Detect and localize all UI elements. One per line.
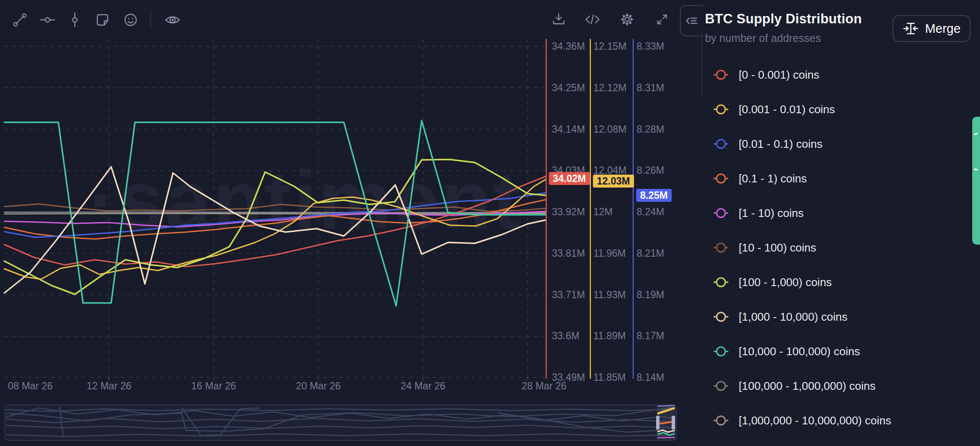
legend-item-label: [0.1 - 1) coins (739, 172, 807, 185)
legend-marker-icon (713, 240, 729, 255)
navigator-handle[interactable] (672, 416, 675, 430)
y-axis-tick: 12.12M (593, 82, 627, 93)
legend-marker-icon (713, 102, 729, 117)
main-chart[interactable]: 34.36M34.25M34.14M34.03M33.92M33.81M33.7… (0, 0, 691, 403)
legend-marker-icon (713, 205, 729, 221)
legend-marker-icon (713, 274, 729, 290)
y-axis-tick: 8.31M (637, 82, 664, 93)
series-line (4, 167, 546, 293)
x-axis-label: 08 Mar 26 (8, 380, 53, 392)
chevron-left-icon (687, 18, 689, 23)
axis-badge-blue: 8.25M (636, 189, 672, 202)
legend-item-label: [1,000,000 - 10,000,000) coins (739, 414, 891, 427)
legend-item-label: [10 - 100) coins (739, 241, 816, 255)
timeline-navigator[interactable] (4, 405, 677, 441)
legend-item[interactable]: [1 - 10) coins (713, 205, 804, 221)
merge-button-label: Merge (925, 22, 961, 36)
legend-item[interactable]: [100,000 - 1,000,000) coins (713, 378, 876, 394)
y-axis-tick: 8.17M (637, 330, 664, 341)
legend-item-label: [1,000 - 10,000) coins (739, 310, 848, 324)
legend-item[interactable]: [1,000,000 - 10,000,000) coins (713, 413, 891, 428)
y-axis-tick: 8.21M (637, 248, 664, 259)
y-axis-tick: 33.81M (552, 248, 585, 259)
legend-marker-icon (713, 413, 729, 428)
y-axis-tick: 11.93M (593, 289, 626, 300)
x-axis-label: 24 Mar 26 (400, 380, 445, 392)
y-axis-tick: 12.15M (593, 41, 627, 52)
merge-icon (903, 20, 919, 37)
legend-item-label: [0 - 0.001) coins (739, 68, 819, 82)
x-axis-label: 16 Mar 26 (191, 380, 236, 392)
legend-item[interactable]: [10 - 100) coins (713, 240, 816, 255)
side-panel-green-tab[interactable] (972, 117, 980, 245)
series-line (4, 159, 546, 294)
series-line (4, 212, 546, 213)
legend-item[interactable]: [0 - 0.001) coins (713, 67, 819, 83)
legend-item-label: [10,000 - 100,000) coins (739, 345, 860, 358)
axis-badge-yellow: 12.03M (593, 175, 634, 188)
legend-item[interactable]: [10,000 - 100,000) coins (713, 344, 860, 359)
x-axis-label: 12 Mar 26 (86, 380, 131, 392)
y-axis-tick: 33.92M (552, 206, 585, 217)
legend-marker-icon (713, 67, 729, 83)
y-axis-tick: 8.33M (637, 41, 664, 52)
y-axis-tick: 34.25M (552, 82, 585, 93)
legend-marker-icon (713, 378, 729, 394)
merge-button[interactable]: Merge (893, 15, 970, 42)
legend-item-label: [1 - 10) coins (739, 207, 804, 220)
legend-item-label: [0.01 - 0.1) coins (739, 137, 823, 151)
legend-marker-icon (713, 136, 729, 152)
y-axis-tick: 34.14M (552, 124, 585, 135)
y-axis-tick: 34.36M (552, 41, 585, 52)
app-root: ·santiment 34.36M34.25M34.14M34.03M33.92… (0, 0, 980, 446)
x-axis-label: 20 Mar 26 (296, 380, 341, 392)
y-axis-tick: 8.26M (637, 165, 664, 176)
legend-item-label: [100 - 1,000) coins (739, 276, 832, 289)
x-axis-label: 28 Mar 26 (522, 380, 567, 392)
legend-marker-icon (713, 309, 729, 325)
legend-marker-icon (713, 344, 729, 359)
legend-item[interactable]: [0.01 - 0.1) coins (713, 136, 823, 152)
navigator-handle[interactable] (656, 416, 660, 430)
y-axis-tick: 11.96M (593, 248, 626, 259)
legend-item[interactable]: [0.001 - 0.01) coins (713, 102, 835, 117)
axis-badge-red: 34.02M (549, 172, 590, 185)
y-axis-tick: 33.6M (552, 330, 580, 341)
legend-item[interactable]: [0.1 - 1) coins (713, 171, 807, 186)
legend-item-label: [100,000 - 1,000,000) coins (739, 379, 876, 393)
legend-item[interactable]: [100 - 1,000) coins (713, 274, 832, 290)
panel-edge (701, 34, 702, 94)
y-axis-tick: 12M (593, 206, 613, 217)
y-axis-tick: 8.19M (637, 289, 664, 300)
y-axis-tick: 11.89M (593, 330, 626, 341)
collapse-panel-tab[interactable] (680, 5, 703, 36)
y-axis-tick: 8.24M (637, 206, 664, 217)
y-axis-tick: 8.14M (637, 372, 664, 383)
y-axis-tick: 33.71M (552, 289, 585, 300)
y-axis-tick: 11.85M (593, 372, 626, 383)
panel-title: BTC Supply Distribution (705, 11, 862, 27)
legend-item[interactable]: [1,000 - 10,000) coins (713, 309, 848, 325)
legend-item-label: [0.001 - 0.01) coins (739, 103, 835, 116)
panel-subtitle: by number of addresses (705, 32, 821, 45)
legend-marker-icon (713, 171, 729, 186)
y-axis-tick: 12.08M (593, 124, 627, 135)
y-axis-tick: 8.28M (637, 124, 664, 135)
